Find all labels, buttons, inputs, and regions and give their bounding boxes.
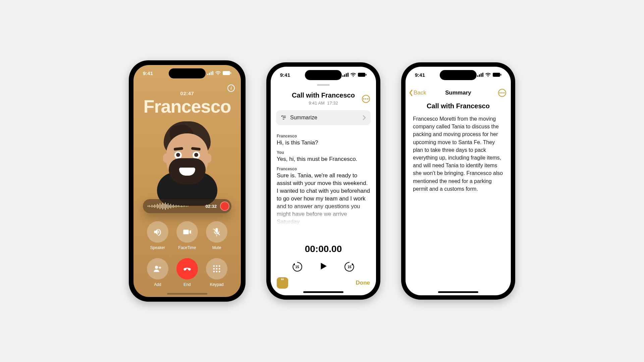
status-time: 9:41 bbox=[280, 72, 290, 78]
cellular-icon bbox=[207, 71, 213, 75]
add-call-label: Add bbox=[154, 282, 161, 287]
summarize-button[interactable]: Summarize bbox=[276, 110, 371, 125]
chevron-left-icon bbox=[409, 89, 413, 96]
svg-point-9 bbox=[216, 265, 218, 267]
cellular-icon bbox=[477, 73, 483, 77]
phone-summary-screen: 9:41 Back Summary ••• Call with Francesc… bbox=[401, 62, 515, 300]
add-call-button[interactable]: Add bbox=[147, 258, 168, 287]
transcript-toggle-button[interactable] bbox=[277, 277, 288, 289]
summarize-icon bbox=[281, 115, 287, 121]
wifi-icon bbox=[215, 71, 221, 75]
svg-rect-1 bbox=[209, 73, 210, 75]
back-label: Back bbox=[414, 89, 426, 96]
home-indicator[interactable] bbox=[438, 291, 478, 293]
summarize-label: Summarize bbox=[290, 115, 317, 121]
back-button[interactable]: Back bbox=[409, 89, 426, 96]
mute-label: Mute bbox=[212, 245, 221, 250]
caller-name: Francesco bbox=[133, 96, 241, 117]
phone-notes-transcript: 9:41 Call with Francesco 9:41 AM 17:32 •… bbox=[266, 62, 380, 300]
svg-rect-21 bbox=[358, 73, 365, 77]
note-subtitle: 9:41 AM 17:32 bbox=[271, 101, 376, 106]
svg-point-7 bbox=[155, 266, 158, 269]
svg-rect-4 bbox=[223, 71, 230, 75]
svg-rect-19 bbox=[346, 73, 347, 77]
nav-title: Summary bbox=[445, 89, 471, 96]
transcript-speaker: Francesco bbox=[277, 134, 370, 138]
dynamic-island bbox=[305, 70, 342, 80]
svg-rect-30 bbox=[493, 73, 500, 77]
svg-rect-27 bbox=[479, 74, 480, 77]
svg-rect-3 bbox=[212, 71, 213, 75]
more-options-button[interactable]: ••• bbox=[362, 95, 370, 103]
sheet-grabber[interactable] bbox=[317, 84, 330, 86]
cellular-icon bbox=[342, 73, 348, 77]
end-call-icon bbox=[182, 264, 192, 274]
done-button[interactable]: Done bbox=[356, 280, 370, 286]
speaker-button[interactable]: Speaker bbox=[147, 221, 168, 250]
skip-forward-15-button[interactable]: 15 bbox=[344, 261, 355, 273]
play-button[interactable] bbox=[318, 261, 328, 273]
end-call-button[interactable]: End bbox=[176, 258, 198, 287]
status-time: 9:41 bbox=[143, 70, 153, 76]
summary-heading: Call with Francesco bbox=[406, 102, 511, 110]
speaker-icon bbox=[153, 227, 162, 237]
svg-rect-31 bbox=[500, 74, 501, 76]
svg-rect-18 bbox=[344, 74, 345, 77]
svg-point-14 bbox=[213, 271, 215, 273]
call-duration: 02:47 bbox=[133, 90, 241, 96]
add-call-icon bbox=[153, 264, 162, 274]
home-indicator[interactable] bbox=[303, 291, 343, 293]
svg-point-10 bbox=[219, 265, 220, 267]
svg-point-13 bbox=[219, 268, 220, 270]
speaker-label: Speaker bbox=[150, 245, 165, 250]
phone-call-screen: 9:41 i 02:47 Francesco 02:32 bbox=[129, 60, 246, 302]
facetime-label: FaceTime bbox=[178, 245, 196, 250]
wifi-icon bbox=[485, 73, 491, 77]
skip-back-15-button[interactable]: 15 bbox=[291, 261, 303, 273]
svg-rect-22 bbox=[366, 74, 367, 76]
svg-rect-2 bbox=[211, 72, 212, 75]
playback-time: 00:00.00 bbox=[271, 244, 376, 254]
keypad-label: Keypad bbox=[210, 282, 224, 287]
mute-button[interactable]: Mute bbox=[206, 221, 227, 250]
recording-time: 02:32 bbox=[206, 204, 217, 209]
wifi-icon bbox=[351, 73, 356, 77]
svg-rect-29 bbox=[482, 73, 483, 77]
contact-avatar-memoji bbox=[150, 119, 224, 206]
recording-indicator-bar[interactable]: 02:32 bbox=[143, 199, 231, 213]
transcript-speaker: Francesco bbox=[277, 167, 370, 171]
svg-point-16 bbox=[219, 271, 220, 273]
battery-icon bbox=[493, 73, 501, 77]
svg-point-15 bbox=[216, 271, 218, 273]
battery-icon bbox=[223, 71, 231, 75]
transcript-line: Hi, is this Tania? bbox=[277, 139, 370, 147]
keypad-button[interactable]: Keypad bbox=[206, 258, 227, 287]
transcript-content[interactable]: Francesco Hi, is this Tania? You Yes, hi… bbox=[277, 130, 370, 225]
waveform-icon bbox=[148, 202, 202, 210]
home-indicator[interactable] bbox=[167, 293, 207, 295]
transcript-line: Yes, hi, this must be Francesco. bbox=[277, 156, 370, 163]
svg-rect-0 bbox=[207, 74, 208, 75]
stop-recording-button[interactable] bbox=[220, 201, 229, 211]
more-options-button[interactable]: ••• bbox=[498, 89, 506, 97]
dynamic-island bbox=[169, 68, 206, 78]
note-title: Call with Francesco bbox=[271, 92, 376, 99]
svg-point-12 bbox=[216, 268, 218, 270]
mute-icon bbox=[212, 227, 221, 237]
facetime-icon bbox=[182, 227, 192, 237]
svg-rect-5 bbox=[230, 72, 231, 74]
svg-rect-20 bbox=[347, 73, 348, 77]
end-call-label: End bbox=[183, 282, 191, 287]
play-icon bbox=[318, 261, 328, 271]
facetime-button[interactable]: FaceTime bbox=[176, 221, 198, 250]
chevron-right-icon bbox=[363, 115, 366, 120]
svg-rect-28 bbox=[481, 73, 482, 77]
svg-rect-26 bbox=[477, 75, 478, 77]
battery-icon bbox=[358, 73, 367, 77]
svg-point-8 bbox=[213, 265, 215, 267]
summary-body: Francesco Moretti from the moving compan… bbox=[413, 115, 503, 193]
transcript-line: Sure is. Tania, we're all ready to assis… bbox=[277, 172, 370, 225]
transcript-speaker: You bbox=[277, 150, 370, 155]
svg-rect-17 bbox=[342, 75, 343, 77]
dynamic-island bbox=[440, 70, 477, 80]
